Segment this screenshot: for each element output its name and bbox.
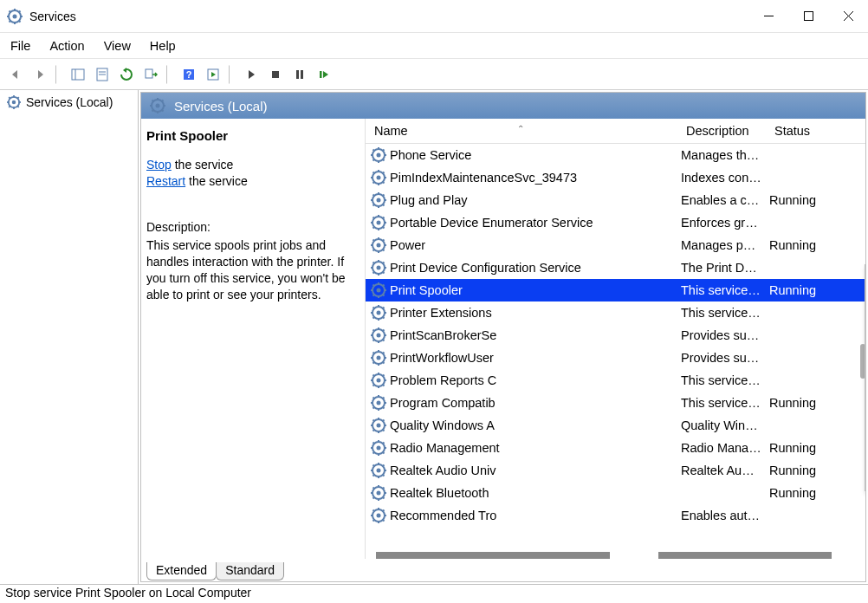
menu-action[interactable]: Action (46, 37, 87, 55)
service-row[interactable]: Portable Device Enumerator ServiceEnforc… (366, 211, 865, 234)
menu-help[interactable]: Help (146, 37, 179, 55)
svg-rect-26 (320, 71, 322, 78)
minimize-button[interactable] (748, 0, 788, 33)
toolbar-separator (229, 65, 236, 84)
maximize-button[interactable] (788, 0, 828, 33)
service-row[interactable]: Program CompatibThis service…Running (366, 392, 865, 414)
service-name: Realtek Audio Univ (390, 464, 681, 477)
service-row[interactable]: Plug and PlayEnables a c…Running (366, 189, 865, 211)
service-row[interactable]: Recommended TroEnables aut… (366, 504, 865, 527)
service-row[interactable]: PrintWorkflowUserProvides su… (366, 347, 865, 369)
service-name: Radio Management (390, 441, 681, 455)
start-button[interactable] (241, 64, 262, 85)
gear-icon (371, 327, 386, 343)
right-header-label: Services (Local) (174, 99, 268, 113)
show-hide-tree-button[interactable] (68, 64, 88, 85)
tab-standard[interactable]: Standard (216, 562, 284, 580)
refresh-button[interactable] (116, 64, 137, 85)
service-rows: Phone ServiceManages th…PimIndexMaintena… (366, 144, 865, 527)
description-text: This service spools print jobs and handl… (146, 237, 356, 303)
service-row[interactable]: Print Device Configuration ServiceThe Pr… (366, 256, 865, 279)
column-status[interactable]: Status (774, 124, 835, 138)
service-status: Running (769, 441, 830, 455)
title-bar: Services (0, 0, 868, 33)
svg-rect-19 (146, 69, 152, 78)
back-button[interactable] (5, 64, 26, 85)
gear-icon (371, 508, 386, 523)
service-name: Quality Windows A (390, 418, 681, 432)
service-name: Recommended Tro (390, 509, 681, 522)
restart-after-text: the service (185, 174, 248, 188)
menu-bar: File Action View Help (0, 33, 868, 59)
detail-pane: Print Spooler Stop the service Restart t… (141, 119, 365, 559)
list-header: Name ⌃ Description Status (366, 119, 865, 144)
svg-rect-24 (296, 70, 299, 79)
gear-icon (371, 282, 386, 298)
horizontal-scrollbar[interactable] (376, 552, 832, 559)
service-description: Radio Mana… (681, 441, 769, 455)
tree-item-label: Services (Local) (26, 95, 113, 109)
tree-item-services-local[interactable]: Services (Local) (3, 94, 134, 111)
restart-link[interactable]: Restart (146, 174, 185, 188)
gear-icon (371, 260, 386, 276)
service-row[interactable]: Printer Extensions This service… (366, 302, 865, 324)
menu-file[interactable]: File (7, 37, 34, 55)
service-description: Provides su… (681, 351, 769, 365)
service-name: Plug and Play (390, 193, 681, 207)
service-name: Program Compatib (390, 396, 681, 410)
service-description: This service… (681, 396, 769, 410)
service-row[interactable]: Realtek BluetoothRunning (366, 482, 865, 504)
service-row[interactable]: Problem Reports CThis service… (366, 369, 865, 392)
service-status: Running (769, 486, 830, 500)
help-button[interactable]: ? (178, 64, 199, 85)
gear-icon (371, 373, 386, 388)
gear-icon (371, 418, 386, 433)
service-row[interactable]: PowerManages p…Running (366, 234, 865, 256)
selected-service-title: Print Spooler (146, 127, 356, 145)
close-button[interactable] (828, 0, 868, 33)
pause-button[interactable] (289, 64, 310, 85)
service-row[interactable]: PimIndexMaintenanceSvc_39473Indexes con… (366, 166, 865, 189)
service-description: This service… (681, 283, 769, 297)
toolbar-separator (166, 65, 173, 84)
service-name: Portable Device Enumerator Service (390, 216, 681, 230)
gear-icon (371, 440, 386, 456)
service-row[interactable]: PrintScanBrokerSeProvides su… (366, 324, 865, 347)
main-area: Services (Local) Services (Local) Print … (0, 90, 868, 584)
column-name[interactable]: Name (374, 124, 686, 138)
service-status: Running (769, 396, 830, 410)
gear-icon (7, 95, 21, 109)
service-description: Manages p… (681, 238, 769, 252)
properties-button[interactable] (92, 64, 113, 85)
action-button[interactable] (203, 64, 223, 85)
gear-icon (371, 485, 386, 501)
service-row[interactable]: Print SpoolerThis service…Running (366, 279, 865, 302)
restart-button[interactable] (314, 64, 334, 85)
right-header: Services (Local) (141, 93, 865, 119)
service-name: Print Spooler (390, 283, 681, 297)
menu-view[interactable]: View (100, 37, 134, 55)
stop-link[interactable]: Stop (146, 158, 172, 172)
context-menu: Start Stop Pause Resume Restart All Task… (865, 264, 865, 491)
restart-line: Restart the service (146, 173, 356, 190)
service-description: Manages th… (681, 148, 769, 162)
service-description: Provides su… (681, 328, 769, 342)
gear-icon (371, 350, 386, 366)
service-row[interactable]: Realtek Audio UnivRealtek Au…Running (366, 459, 865, 482)
service-row[interactable]: Radio ManagementRadio Mana…Running (366, 437, 865, 459)
tab-extended[interactable]: Extended (146, 562, 217, 580)
service-row[interactable]: Quality Windows AQuality Win… (366, 414, 865, 437)
service-status: Running (769, 464, 830, 477)
service-name: PrintScanBrokerSe (390, 328, 681, 342)
service-description: Enables a c… (681, 193, 769, 207)
column-description[interactable]: Description (686, 124, 774, 138)
gear-icon (371, 192, 386, 208)
service-row[interactable]: Phone ServiceManages th… (366, 144, 865, 166)
forward-button[interactable] (29, 64, 50, 85)
service-description: This service… (681, 306, 769, 320)
export-button[interactable] (140, 64, 161, 85)
service-name: Printer Extensions (390, 306, 681, 320)
stop-button[interactable] (265, 64, 286, 85)
right-pane: Services (Local) Print Spooler Stop the … (140, 92, 866, 582)
service-description: This service… (681, 373, 769, 387)
